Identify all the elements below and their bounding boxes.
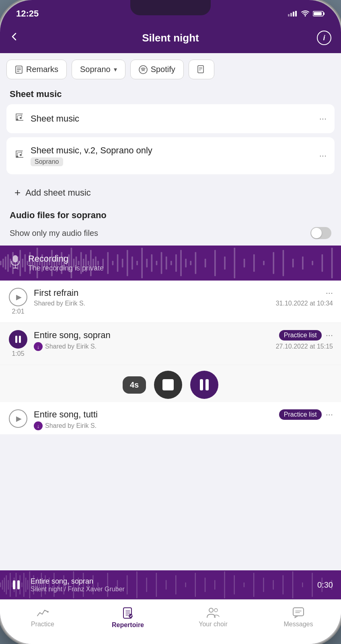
audio-item-1-top: First refrain ··· <box>34 288 333 298</box>
audio-item-2[interactable]: 1:05 Entire song, sopran Practice list ·… <box>0 323 341 365</box>
audio-item-1[interactable]: ▶ 2:01 First refrain ··· Shared by Eirik… <box>0 281 341 323</box>
svg-rect-66 <box>131 256 133 270</box>
bottom-nav: Practice Repertoire Your choir <box>0 599 341 644</box>
sheet-item-2-content: Sheet music, v.2, Soprano only Soprano <box>31 145 314 166</box>
recording-subtitle: The recording is private <box>28 264 104 272</box>
signal-icon <box>288 11 298 17</box>
sheet-item-2-title: Sheet music, v.2, Soprano only <box>31 145 314 156</box>
nav-repertoire[interactable]: Repertoire <box>85 604 170 632</box>
tab-sheet[interactable] <box>189 60 214 79</box>
svg-rect-1 <box>290 13 292 17</box>
svg-rect-98 <box>2 580 3 590</box>
bottom-player-info: Entire song, sopran Silent night / Franz… <box>31 577 311 593</box>
sheet-item-1-content: Sheet music <box>31 114 314 124</box>
audio-item-3-shared-row: ↓ Shared by Eirik S. <box>34 421 97 430</box>
svg-point-14 <box>16 119 18 121</box>
recording-text: Recording The recording is private <box>28 254 104 272</box>
audio-item-1-more[interactable]: ··· <box>326 288 333 298</box>
pause-button-2[interactable] <box>9 330 27 349</box>
practice-badge-2: Practice list <box>279 330 322 341</box>
skip-back-button[interactable]: 4s <box>123 376 146 394</box>
audio-item-2-more[interactable]: ··· <box>326 330 333 341</box>
status-time: 12:25 <box>16 8 39 19</box>
tab-soprano[interactable]: Soprano ▾ <box>72 60 125 79</box>
play-button-3[interactable]: ▶ <box>9 409 27 428</box>
svg-rect-97 <box>0 582 1 587</box>
soprano-dropdown-arrow: ▾ <box>114 66 117 73</box>
audio-item-3[interactable]: ▶ Entire song, tutti Practice list ··· <box>0 402 341 434</box>
svg-rect-62 <box>112 261 114 265</box>
audio-toggle-row: Show only my audio files <box>10 224 331 242</box>
audio-item-1-content: First refrain ··· Shared by Eirik S. 31.… <box>34 288 333 307</box>
tab-spotify-label: Spotify <box>151 65 175 74</box>
main-content: Sheet music Sheet music <box>0 79 341 570</box>
nav-choir[interactable]: Your choir <box>170 604 256 632</box>
tab-soprano-label: Soprano <box>80 65 111 74</box>
bottom-pause-button[interactable] <box>8 577 24 593</box>
svg-rect-3 <box>295 11 297 17</box>
bottom-pause-icon <box>13 580 20 589</box>
svg-rect-28 <box>22 259 24 268</box>
svg-rect-82 <box>224 256 226 270</box>
sheet-item-1-more[interactable]: ··· <box>319 114 327 124</box>
audio-section: Audio files for soprano Show only my aud… <box>0 207 341 246</box>
audio-item-2-shared-row: ↓ Shared by Eirik S. <box>34 342 97 351</box>
svg-rect-76 <box>180 250 182 276</box>
svg-rect-91 <box>312 261 313 265</box>
svg-rect-78 <box>190 261 191 265</box>
nav-repertoire-label: Repertoire <box>112 621 144 629</box>
stop-icon <box>162 379 174 390</box>
sheet-item-1[interactable]: Sheet music ··· <box>6 104 335 133</box>
tab-spotify[interactable]: Spotify <box>130 60 184 79</box>
svg-rect-2 <box>293 12 294 17</box>
info-button[interactable]: i <box>315 31 331 45</box>
add-sheet-button[interactable]: + Add sheet music <box>6 178 335 207</box>
audio-list: ▶ 2:01 First refrain ··· Shared by Eirik… <box>0 281 341 434</box>
audio-item-3-more[interactable]: ··· <box>326 409 333 420</box>
recording-banner[interactable]: Recording The recording is private <box>0 246 341 281</box>
svg-rect-80 <box>205 259 206 268</box>
pause-button-controls[interactable] <box>190 371 218 399</box>
sheet-item-2[interactable]: Sheet music, v.2, Soprano only Soprano ·… <box>6 137 335 174</box>
bottom-player[interactable]: Entire song, sopran Silent night / Franz… <box>0 570 341 599</box>
audio-toggle-switch[interactable] <box>310 227 331 239</box>
sheet-music-header: Sheet music <box>0 79 341 104</box>
sheet-tab-icon <box>197 65 206 74</box>
sheet-music-icon-1 <box>14 112 25 125</box>
nav-messages[interactable]: Messages <box>256 604 341 632</box>
back-button[interactable] <box>10 31 26 44</box>
bottom-player-time: 0:30 <box>317 580 333 590</box>
play-triangle-3: ▶ <box>16 414 22 423</box>
audio-item-3-shared: Shared by Eirik S. <box>45 422 97 429</box>
audio-play-col-2: 1:05 <box>8 330 28 357</box>
svg-rect-84 <box>244 259 245 268</box>
nav-practice-label: Practice <box>31 621 54 628</box>
svg-rect-75 <box>175 254 177 272</box>
svg-rect-65 <box>127 250 128 276</box>
tab-remarks[interactable]: Remarks <box>6 60 67 79</box>
audio-duration-2: 1:05 <box>12 350 24 357</box>
audio-play-col-1: ▶ 2:01 <box>8 288 28 315</box>
choir-icon <box>206 607 220 618</box>
audio-duration-1: 2:01 <box>12 308 24 315</box>
svg-rect-83 <box>234 248 235 278</box>
sheet-item-2-tag: Soprano <box>31 157 63 166</box>
playback-controls: 4s <box>0 365 341 402</box>
practice-badge-3: Practice list <box>279 409 322 420</box>
sheet-item-2-more[interactable]: ··· <box>319 151 327 161</box>
svg-rect-92 <box>322 254 323 272</box>
svg-rect-19 <box>0 261 2 265</box>
svg-rect-153 <box>312 573 312 597</box>
svg-rect-89 <box>292 259 294 268</box>
tabs-row: Remarks Soprano ▾ Spotify <box>0 53 341 79</box>
nav-practice[interactable]: Practice <box>0 604 85 632</box>
svg-rect-93 <box>331 248 333 278</box>
play-button-1[interactable]: ▶ <box>9 288 27 306</box>
audio-item-1-shared: Shared by Eirik S. <box>34 300 85 307</box>
sheet-list: Sheet music ··· <box>0 104 341 207</box>
svg-rect-6 <box>314 12 322 15</box>
svg-rect-73 <box>166 256 167 270</box>
stop-button[interactable] <box>154 371 182 399</box>
svg-rect-0 <box>288 14 290 17</box>
svg-rect-88 <box>283 250 284 276</box>
